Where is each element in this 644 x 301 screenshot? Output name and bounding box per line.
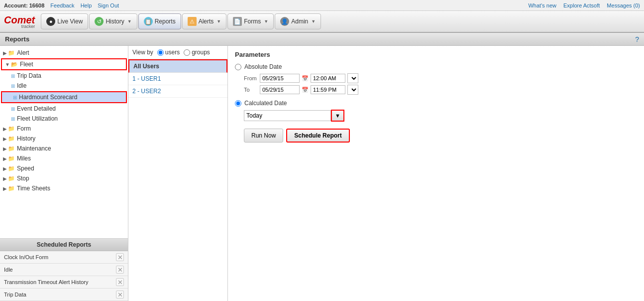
sidebar-item-fleetutil[interactable]: ⊞ Fleet Utilization: [0, 114, 128, 124]
scheduled-label-idle: Idle: [4, 267, 13, 273]
user-item-2[interactable]: 2 - USER2: [128, 85, 227, 98]
to-calendar-icon: 📅: [302, 87, 309, 93]
to-ampm-select[interactable]: ▼: [347, 85, 358, 95]
messages-link[interactable]: Messages (0): [607, 2, 640, 8]
from-ampm-select[interactable]: ▼: [347, 73, 358, 83]
scheduled-item-transmission[interactable]: Transmission Timeout Alert History ✕: [0, 276, 128, 289]
scheduled-close-idle[interactable]: ✕: [116, 266, 124, 274]
groups-radio-label[interactable]: groups: [184, 49, 210, 56]
sidebar-item-form[interactable]: ▶ 📁 Form: [0, 124, 128, 134]
live-view-label: Live View: [57, 18, 83, 25]
logo: Comet tracker: [4, 14, 35, 29]
scheduled-item-clock[interactable]: Clock In/Out Form ✕: [0, 251, 128, 264]
scheduled-close-clock[interactable]: ✕: [116, 253, 124, 261]
sidebar-label-history: History: [17, 135, 35, 142]
sidebar-label-timesheets: Time Sheets: [17, 185, 50, 192]
top-bar-right: What's new Explore Actsoft Messages (0): [528, 2, 640, 8]
sidebar-item-idle[interactable]: ⊞ Idle: [0, 81, 128, 91]
live-view-btn[interactable]: ● Live View: [41, 13, 88, 29]
sidebar-item-miles[interactable]: ▶ 📁 Miles: [0, 153, 128, 163]
sidebar-item-alert[interactable]: ▶ 📁 Alert: [0, 48, 128, 58]
live-view-icon: ●: [46, 17, 55, 26]
user-label-1: 1 - USER1: [132, 75, 161, 82]
absolute-date-label: Absolute Date: [244, 63, 282, 70]
sidebar-label-alert: Alert: [17, 49, 29, 56]
users-panel: View by users groups All Users 1 - USER1…: [128, 46, 228, 301]
forms-label: Forms: [244, 18, 261, 25]
maint-expand-icon: ▶: [3, 146, 7, 151]
sidebar-label-speed: Speed: [17, 165, 34, 172]
calc-date-label: Calculated Date: [244, 100, 287, 107]
admin-btn[interactable]: 👤 Admin ▼: [275, 13, 321, 29]
scheduled-close-tripdata[interactable]: ✕: [116, 291, 124, 299]
admin-arrow: ▼: [311, 19, 316, 24]
sidebar-item-history[interactable]: ▶ 📁 History: [0, 134, 128, 144]
to-row: To 📅 ▼: [244, 85, 436, 95]
speed-expand-icon: ▶: [3, 166, 7, 171]
right-empty-area: [443, 46, 644, 301]
to-date-input[interactable]: [260, 85, 300, 94]
params-title: Parameters: [235, 51, 436, 58]
main-layout: ▶ 📁 Alert ▼ 📂 Fleet ⊞ Trip Data ⊞ Id: [0, 46, 644, 301]
users-radio[interactable]: [157, 49, 164, 56]
calc-date-radio[interactable]: [235, 100, 241, 107]
from-row: From 📅 ▼: [244, 73, 436, 83]
history-expand-icon: ▶: [3, 136, 7, 142]
reports-btn[interactable]: 📋 Reports: [138, 13, 181, 29]
history-label: History: [106, 18, 124, 25]
all-users-item[interactable]: All Users: [128, 59, 227, 73]
sidebar-item-eventdetailed[interactable]: ⊞ Event Detailed: [0, 104, 128, 114]
alerts-label: Alerts: [199, 18, 214, 25]
sidebar-item-hardmount[interactable]: ⊞ Hardmount Scorecard: [2, 92, 126, 102]
calc-date-input[interactable]: [244, 110, 331, 121]
groups-radio[interactable]: [184, 49, 190, 56]
sidebar-item-speed[interactable]: ▶ 📁 Speed: [0, 163, 128, 173]
section-title: Reports: [5, 35, 29, 43]
folder-icon: 📁: [8, 50, 15, 56]
signout-link[interactable]: Sign Out: [98, 2, 119, 8]
feedback-link[interactable]: Feedback: [50, 2, 74, 8]
nav-bar: Comet tracker ● Live View ↺ History ▼ 📋 …: [0, 11, 644, 33]
user-item-1[interactable]: 1 - USER1: [128, 73, 227, 85]
sidebar-item-timesheets[interactable]: ▶ 📁 Time Sheets: [0, 183, 128, 193]
forms-btn[interactable]: 📄 Forms ▼: [227, 13, 274, 29]
whatsnew-link[interactable]: What's new: [528, 2, 556, 8]
miles-folder-icon: 📁: [8, 155, 15, 162]
scheduled-item-idle[interactable]: Idle ✕: [0, 264, 128, 276]
sidebar-label-maintenance: Maintenance: [17, 145, 51, 152]
fleet-expand-icon: ▼: [5, 62, 10, 67]
help-icon[interactable]: ?: [635, 35, 639, 43]
sidebar-item-fleet[interactable]: ▼ 📂 Fleet: [2, 59, 126, 69]
sidebar-item-stop[interactable]: ▶ 📁 Stop: [0, 173, 128, 183]
form-expand-icon: ▶: [3, 126, 7, 132]
alerts-btn[interactable]: ⚠ Alerts ▼: [182, 13, 227, 29]
top-bar: Account: 16608 Feedback Help Sign Out Wh…: [0, 0, 644, 11]
from-calendar-icon: 📅: [302, 75, 309, 82]
schedule-report-button[interactable]: Schedule Report: [286, 129, 349, 143]
run-now-button[interactable]: Run Now: [244, 129, 283, 143]
from-date-input[interactable]: [260, 74, 300, 83]
sidebar-item-maintenance[interactable]: ▶ 📁 Maintenance: [0, 144, 128, 153]
sidebar-label-stop: Stop: [17, 175, 29, 182]
from-time-input[interactable]: [311, 74, 345, 83]
users-radio-label[interactable]: users: [157, 49, 180, 56]
grid-icon-tripdata: ⊞: [11, 73, 15, 79]
absolute-date-radio[interactable]: [235, 64, 241, 70]
to-time-input[interactable]: [311, 85, 345, 94]
history-btn[interactable]: ↺ History ▼: [89, 13, 137, 29]
params-panel: Parameters Absolute Date From 📅 ▼ To 📅 ▼: [228, 46, 443, 301]
sidebar-tree: ▶ 📁 Alert ▼ 📂 Fleet ⊞ Trip Data ⊞ Id: [0, 46, 128, 238]
scheduled-section: Scheduled Reports Clock In/Out Form ✕ Id…: [0, 238, 128, 301]
admin-label: Admin: [291, 18, 308, 25]
calc-date-dropdown-row: ▼: [244, 110, 436, 122]
top-bar-left: Account: 16608 Feedback Help Sign Out: [4, 2, 119, 8]
scheduled-close-transmission[interactable]: ✕: [116, 278, 124, 286]
calc-date-dropdown-btn[interactable]: ▼: [331, 110, 344, 122]
help-link[interactable]: Help: [81, 2, 92, 8]
explore-link[interactable]: Explore Actsoft: [563, 2, 600, 8]
scheduled-item-tripdata[interactable]: Trip Data ✕: [0, 289, 128, 301]
sidebar-item-tripdata[interactable]: ⊞ Trip Data: [0, 71, 128, 81]
all-users-label: All Users: [133, 63, 159, 70]
sidebar-label-form: Form: [17, 125, 31, 132]
sidebar-label-tripdata: Trip Data: [17, 72, 41, 79]
